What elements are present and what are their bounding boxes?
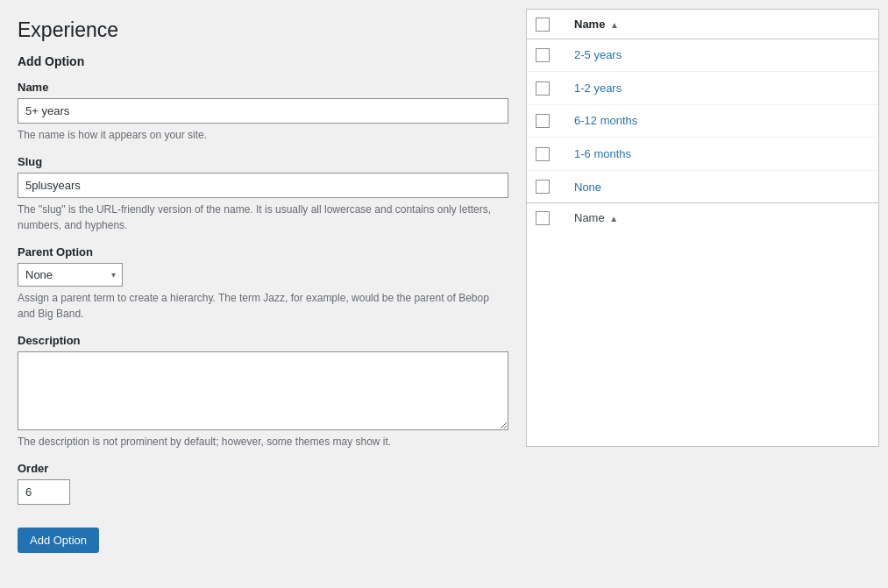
parent-hint: Assign a parent term to create a hierarc… [18, 290, 508, 322]
slug-hint: The "slug" is the URL-friendly version o… [18, 202, 508, 233]
table-row: None [527, 170, 878, 203]
row-checkbox-cell [527, 72, 562, 105]
page-title: Experience [18, 18, 508, 44]
name-label: Name [18, 81, 508, 94]
parent-label: Parent Option [18, 245, 508, 259]
row-checkbox[interactable] [536, 147, 550, 161]
sort-icon: ▲ [610, 20, 619, 30]
parent-select-wrapper: None ▾ [18, 263, 123, 287]
table-header-row: Name ▲ [527, 10, 878, 39]
description-label: Description [18, 334, 508, 347]
row-name-cell: 1-2 years [562, 72, 878, 105]
select-all-checkbox[interactable] [536, 18, 550, 32]
table-row: 1-6 months [527, 138, 878, 171]
row-checkbox-cell [527, 138, 562, 171]
description-hint: The description is not prominent by defa… [18, 434, 508, 450]
section-title: Add Option [18, 54, 508, 68]
footer-checkbox-cell [527, 203, 562, 232]
row-name-link[interactable]: 1-2 years [574, 81, 622, 95]
footer-select-all-checkbox[interactable] [536, 211, 550, 225]
description-group: Description The description is not promi… [18, 334, 508, 450]
options-table: Name ▲ 2-5 years1-2 years6-12 months1-6 … [527, 10, 878, 232]
options-table-panel: Name ▲ 2-5 years1-2 years6-12 months1-6 … [526, 9, 879, 447]
table-row: 1-2 years [527, 72, 878, 105]
add-option-button[interactable]: Add Option [18, 528, 99, 553]
row-checkbox-cell [527, 170, 562, 203]
table-footer-row: Name ▲ [527, 203, 878, 232]
row-name-link[interactable]: 2-5 years [574, 48, 622, 61]
order-group: Order [18, 462, 508, 505]
row-name-link[interactable]: None [574, 181, 601, 194]
row-name-cell: 2-5 years [562, 39, 878, 72]
header-checkbox-cell [527, 10, 562, 39]
slug-group: Slug The "slug" is the URL-friendly vers… [18, 155, 508, 233]
slug-label: Slug [18, 155, 508, 168]
order-label: Order [18, 462, 508, 475]
order-input[interactable] [18, 479, 70, 505]
row-checkbox-cell [527, 104, 562, 138]
footer-name-cell[interactable]: Name ▲ [562, 203, 878, 232]
row-checkbox[interactable] [536, 48, 550, 62]
row-checkbox[interactable] [536, 114, 550, 128]
row-name-link[interactable]: 6-12 months [574, 114, 637, 127]
name-group: Name The name is how it appears on your … [18, 81, 508, 143]
header-name-label: Name [574, 18, 605, 31]
row-checkbox[interactable] [536, 180, 550, 194]
name-hint: The name is how it appears on your site. [18, 127, 508, 143]
name-input[interactable] [18, 98, 508, 124]
parent-select[interactable]: None [18, 263, 123, 287]
row-name-cell: None [562, 170, 878, 203]
header-name-cell[interactable]: Name ▲ [562, 10, 878, 39]
row-name-cell: 1-6 months [562, 138, 878, 171]
row-checkbox[interactable] [536, 81, 550, 96]
footer-sort-icon: ▲ [609, 214, 618, 223]
row-name-link[interactable]: 1-6 months [574, 147, 631, 160]
footer-name-label: Name [574, 211, 605, 224]
description-input[interactable] [18, 351, 508, 430]
table-row: 2-5 years [527, 39, 878, 72]
table-row: 6-12 months [527, 104, 878, 138]
slug-input[interactable] [18, 173, 508, 198]
row-checkbox-cell [527, 39, 562, 72]
parent-group: Parent Option None ▾ Assign a parent ter… [18, 245, 508, 322]
row-name-cell: 6-12 months [562, 104, 878, 138]
